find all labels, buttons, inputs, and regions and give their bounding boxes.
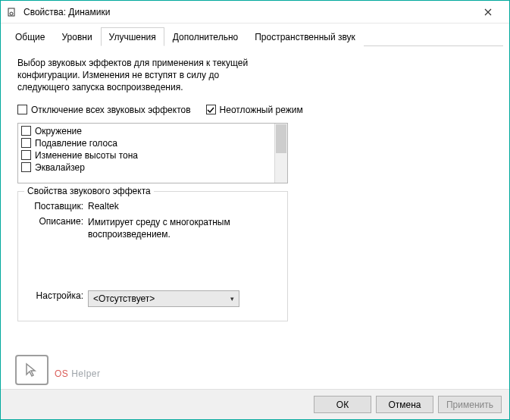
list-item[interactable]: Эквалайзер	[21, 162, 271, 173]
tab-advanced[interactable]: Дополнительно	[164, 27, 246, 46]
svg-point-1	[10, 12, 13, 15]
checkbox-icon	[21, 150, 31, 160]
list-item-label: Окружение	[35, 126, 82, 136]
tab-general[interactable]: Общие	[7, 27, 53, 46]
list-item[interactable]: Подавление голоса	[21, 138, 271, 149]
immediate-mode-label: Неотложный режим	[220, 105, 303, 115]
description-value: Имитирует среду с многократным воспроизв…	[88, 216, 262, 240]
effects-items: Окружение Подавление голоса Изменение вы…	[18, 124, 274, 183]
close-button[interactable]	[473, 1, 503, 24]
chevron-down-icon: ▾	[230, 295, 234, 302]
vendor-label: Поставщик:	[27, 201, 88, 212]
dialog-window: Свойства: Динамики Общие Уровни Улучшени…	[0, 0, 510, 420]
vendor-value: Realtek	[88, 201, 278, 212]
window-title: Свойства: Динамики	[23, 7, 473, 17]
setting-value: <Отсутствует>	[93, 293, 155, 304]
scrollbar[interactable]	[274, 124, 287, 183]
disable-all-label: Отключение всех звуковых эффектов	[31, 105, 191, 115]
checkbox-icon	[17, 105, 27, 114]
description-text: Выбор звуковых эффектов для применения к…	[17, 57, 268, 94]
speaker-icon	[7, 6, 19, 18]
list-item-label: Эквалайзер	[35, 162, 85, 173]
setting-combobox[interactable]: <Отсутствует> ▾	[88, 290, 239, 307]
tab-levels[interactable]: Уровни	[53, 27, 100, 46]
list-item[interactable]: Изменение высоты тона	[21, 150, 271, 161]
checkbox-icon	[21, 126, 31, 136]
list-item-label: Изменение высоты тона	[35, 150, 138, 161]
checkbox-icon	[21, 138, 31, 148]
description-label: Описание:	[27, 216, 88, 240]
list-item[interactable]: Окружение	[21, 126, 271, 136]
immediate-mode-checkbox[interactable]: Неотложный режим	[206, 105, 303, 115]
checkbox-icon	[206, 105, 216, 114]
titlebar: Свойства: Динамики	[1, 1, 509, 24]
ok-button[interactable]: ОК	[314, 396, 371, 413]
top-checkbox-row: Отключение всех звуковых эффектов Неотло…	[17, 105, 493, 115]
group-legend: Свойства звукового эффекта	[24, 186, 154, 196]
effect-properties-group: Свойства звукового эффекта Поставщик: Re…	[17, 191, 288, 321]
checkbox-icon	[21, 162, 31, 172]
cancel-button[interactable]: Отмена	[376, 396, 433, 413]
setting-label: Настройка:	[27, 290, 88, 307]
tab-enhancements[interactable]: Улучшения	[101, 27, 164, 46]
list-item-label: Подавление голоса	[35, 138, 117, 149]
tab-strip: Общие Уровни Улучшения Дополнительно Про…	[7, 27, 503, 46]
tab-spatial[interactable]: Пространственный звук	[246, 27, 364, 46]
dialog-footer: ОК Отмена Применить	[1, 389, 509, 419]
disable-all-checkbox[interactable]: Отключение всех звуковых эффектов	[17, 105, 191, 115]
effects-listbox[interactable]: Окружение Подавление голоса Изменение вы…	[17, 123, 288, 183]
scrollbar-thumb[interactable]	[276, 124, 286, 153]
content-area: Общие Уровни Улучшения Дополнительно Про…	[1, 24, 509, 389]
apply-button[interactable]: Применить	[438, 396, 502, 413]
tab-page-enhancements: Выбор звуковых эффектов для применения к…	[7, 46, 503, 389]
